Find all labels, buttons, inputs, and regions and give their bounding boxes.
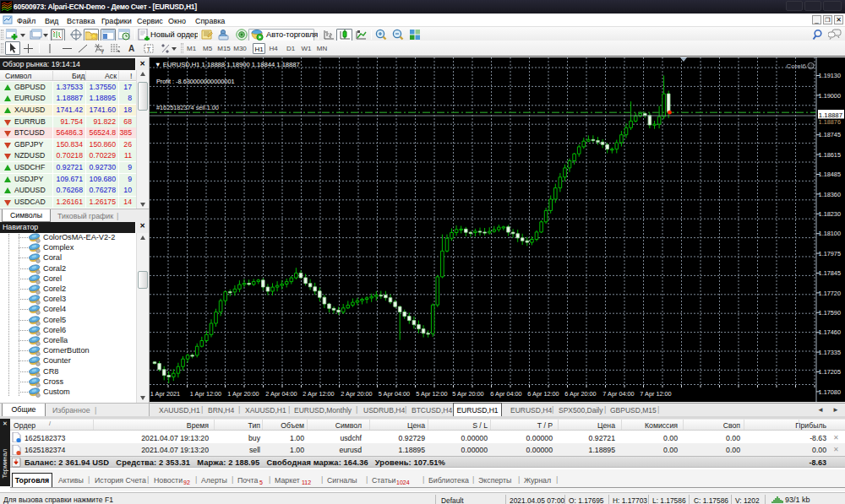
svg-text:1.18615: 1.18615 <box>819 151 841 159</box>
svg-text:1 Apr 12:00: 1 Apr 12:00 <box>190 390 221 398</box>
svg-text:2 Apr 04:00: 2 Apr 04:00 <box>265 390 297 398</box>
svg-text:1.18360: 1.18360 <box>819 191 841 198</box>
svg-text:7 Apr 04:00: 7 Apr 04:00 <box>602 390 634 398</box>
svg-text:6 Apr 20:00: 6 Apr 20:00 <box>564 390 596 398</box>
svg-text:7 Apr 12:00: 7 Apr 12:00 <box>640 390 671 398</box>
svg-text:1.19000: 1.19000 <box>819 92 841 100</box>
svg-text:Corel6: Corel6 <box>786 62 806 70</box>
svg-text:1 Apr 2021: 1 Apr 2021 <box>150 390 180 398</box>
svg-text:1.18230: 1.18230 <box>819 210 841 218</box>
svg-text:1.17720: 1.17720 <box>819 290 841 297</box>
svg-text:1.18745: 1.18745 <box>819 131 841 138</box>
svg-text:6 Apr 04:00: 6 Apr 04:00 <box>490 390 521 398</box>
svg-text:1.17590: 1.17590 <box>819 309 841 317</box>
svg-text:2 Apr 20:00: 2 Apr 20:00 <box>341 390 372 398</box>
svg-text:1.17080: 1.17080 <box>819 388 841 396</box>
svg-text:1.18485: 1.18485 <box>819 171 841 178</box>
svg-text:5 Apr 04:00: 5 Apr 04:00 <box>379 390 410 398</box>
svg-text:2 Apr 12:00: 2 Apr 12:00 <box>303 390 334 398</box>
svg-text:1 Apr 20:00: 1 Apr 20:00 <box>227 390 259 398</box>
svg-text:ƒ: ƒ <box>101 49 104 54</box>
svg-text:1.18876: 1.18876 <box>819 118 841 126</box>
svg-text:T: T <box>146 46 150 53</box>
svg-text:1.17460: 1.17460 <box>819 328 841 336</box>
svg-text:5 Apr 12:00: 5 Apr 12:00 <box>416 390 447 398</box>
svg-text:#1625182374 sell 1.00: #1625182374 sell 1.00 <box>156 104 219 111</box>
svg-text:1.17845: 1.17845 <box>819 269 841 277</box>
svg-text:1.18100: 1.18100 <box>819 230 841 237</box>
svg-text:1.17975: 1.17975 <box>819 250 841 257</box>
svg-text:Profit : -8.630000000000001: Profit : -8.630000000000001 <box>156 78 235 85</box>
svg-text:1.17205: 1.17205 <box>819 368 841 376</box>
svg-text:5 Apr 20:00: 5 Apr 20:00 <box>452 390 483 398</box>
svg-text:▼ EURUSD,H1 1.18888 1.18900 1: ▼ EURUSD,H1 1.18888 1.18900 1.18844 1.18… <box>155 61 300 68</box>
svg-text:6 Apr 12:00: 6 Apr 12:00 <box>527 390 559 398</box>
svg-text:1.19130: 1.19130 <box>819 72 841 79</box>
svg-text:1.17335: 1.17335 <box>819 349 841 356</box>
